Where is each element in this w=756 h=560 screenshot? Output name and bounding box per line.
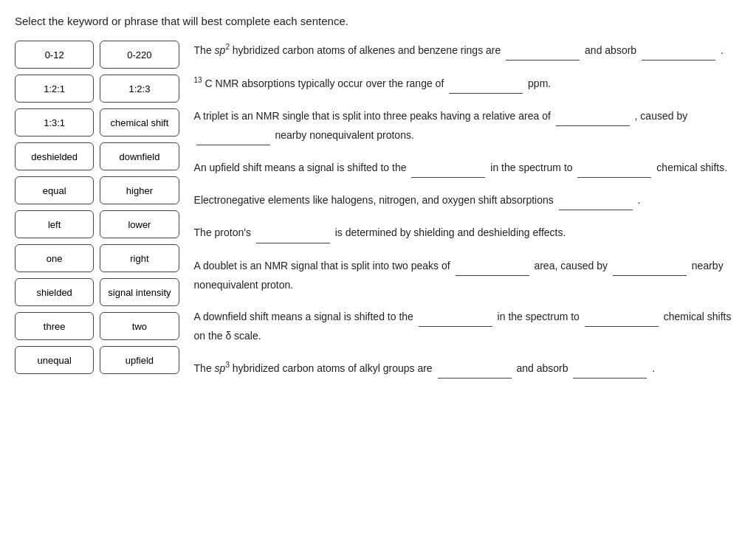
blank-s4-1 <box>411 159 485 178</box>
sentence-1-text: The sp2 hybridized carbon atoms of alken… <box>194 44 724 56</box>
keyword-btn-kw-1-3-1[interactable]: 1:3:1 <box>15 108 94 136</box>
keyword-btn-kw-right[interactable]: right <box>100 244 179 272</box>
keyword-btn-kw-deshielded[interactable]: deshielded <box>15 142 94 170</box>
keyword-btn-kw-chemical-shift[interactable]: chemical shift <box>100 108 179 136</box>
sentence-block-9: The sp3 hybridized carbon atoms of alkyl… <box>194 359 741 378</box>
blank-s7-2 <box>613 257 687 276</box>
blank-s4-2 <box>577 159 651 178</box>
sentence-2-text: 13 C NMR absorptions typically occur ove… <box>194 77 551 89</box>
blank-s7-1 <box>456 257 529 276</box>
blank-s9-1 <box>438 359 512 378</box>
keyword-btn-kw-two[interactable]: two <box>100 312 179 340</box>
keyword-btn-kw-unequal[interactable]: unequal <box>15 346 94 374</box>
sentence-9-text: The sp3 hybridized carbon atoms of alkyl… <box>194 362 656 374</box>
blank-s1-2 <box>642 41 715 61</box>
keyword-btn-kw-1-2-1[interactable]: 1:2:1 <box>15 75 94 103</box>
blank-s6-1 <box>256 224 330 243</box>
blank-s1-1 <box>506 41 580 61</box>
sentence-block-6: The proton's is determined by shielding … <box>194 224 741 243</box>
sentence-block-5: Electronegative elements like halogens, … <box>194 191 741 210</box>
sentence-7-text: A doublet is an NMR signal that is split… <box>194 260 724 291</box>
sentence-6-text: The proton's is determined by shielding … <box>194 227 566 238</box>
sentence-5-text: Electronegative elements like halogens, … <box>194 194 641 206</box>
sentence-3-text: A triplet is an NMR single that is split… <box>194 110 688 141</box>
keyword-btn-kw-0-220[interactable]: 0-220 <box>100 41 179 69</box>
keyword-btn-kw-three[interactable]: three <box>15 312 94 340</box>
blank-s3-1 <box>556 107 630 126</box>
sentence-block-7: A doublet is an NMR signal that is split… <box>194 257 741 294</box>
blank-s3-2 <box>196 126 270 145</box>
sentence-8-text: A downfield shift means a signal is shif… <box>194 311 732 342</box>
keyword-btn-kw-higher[interactable]: higher <box>100 176 179 204</box>
keywords-panel: 0-120-2201:2:11:2:31:3:1chemical shiftde… <box>15 41 179 374</box>
keyword-btn-kw-downfield[interactable]: downfield <box>100 142 179 170</box>
sentence-block-8: A downfield shift means a signal is shif… <box>194 308 741 345</box>
main-layout: 0-120-2201:2:11:2:31:3:1chemical shiftde… <box>15 41 741 378</box>
blank-s5-1 <box>559 191 633 210</box>
keyword-btn-kw-1-2-3[interactable]: 1:2:3 <box>100 75 179 103</box>
keyword-btn-kw-0-12[interactable]: 0-12 <box>15 41 94 69</box>
keyword-btn-kw-shielded[interactable]: shielded <box>15 278 94 306</box>
sentence-block-4: An upfield shift means a signal is shift… <box>194 159 741 178</box>
keyword-btn-kw-left[interactable]: left <box>15 210 94 238</box>
keyword-btn-kw-signal-intensity[interactable]: signal intensity <box>100 278 179 306</box>
blank-s8-2 <box>585 308 659 327</box>
keyword-btn-kw-one[interactable]: one <box>15 244 94 272</box>
sentence-block-1: The sp2 hybridized carbon atoms of alken… <box>194 41 741 61</box>
sentence-block-2: 13 C NMR absorptions typically occur ove… <box>194 74 741 94</box>
sentences-panel: The sp2 hybridized carbon atoms of alken… <box>194 41 741 378</box>
instruction-text: Select the keyword or phrase that will b… <box>15 15 741 27</box>
blank-s8-1 <box>419 308 492 327</box>
blank-s2-1 <box>449 75 523 94</box>
sentence-block-3: A triplet is an NMR single that is split… <box>194 107 741 145</box>
keyword-btn-kw-equal[interactable]: equal <box>15 176 94 204</box>
blank-s9-2 <box>573 359 647 378</box>
keyword-btn-kw-upfield[interactable]: upfield <box>100 346 179 374</box>
keyword-btn-kw-lower[interactable]: lower <box>100 210 179 238</box>
sentence-4-text: An upfield shift means a signal is shift… <box>194 162 728 173</box>
